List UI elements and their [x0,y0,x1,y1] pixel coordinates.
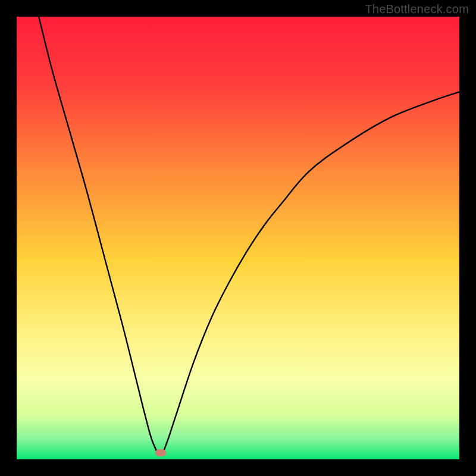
chart-frame: TheBottleneck.com [0,0,476,476]
sweet-spot-marker [155,449,166,456]
watermark-text: TheBottleneck.com [365,2,469,16]
plot-area [17,17,459,459]
chart-svg [17,17,459,459]
gradient-background [17,17,459,459]
